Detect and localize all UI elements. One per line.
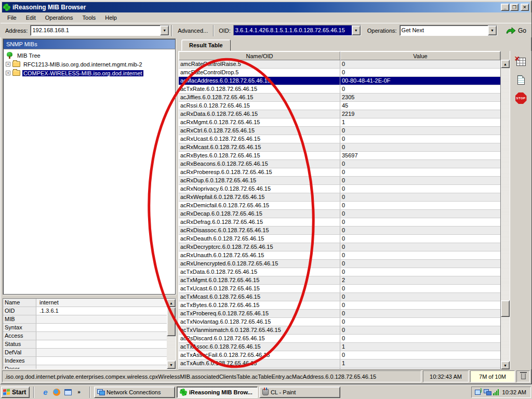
memory-indicator[interactable]: 7M of 10M xyxy=(470,370,515,382)
table-row[interactable]: acTxRate.6.0.128.72.65.46.150 xyxy=(179,85,500,94)
table-row[interactable]: acRxUnauth.6.0.128.72.65.46.150 xyxy=(179,251,500,260)
tab-result-table[interactable]: Result Table xyxy=(181,39,231,51)
clear-table-button[interactable] xyxy=(514,55,528,69)
scroll-down-icon[interactable]: ▼ xyxy=(501,361,510,369)
table-row[interactable]: acRxDisassoc.6.0.128.72.65.46.150 xyxy=(179,227,500,235)
menu-help[interactable]: Help xyxy=(100,14,122,22)
table-row[interactable]: acRxDecryptcrc.6.0.128.72.65.46.150 xyxy=(179,243,500,251)
table-row[interactable]: acRxDeauth.6.0.128.72.65.46.150 xyxy=(179,235,500,243)
table-row[interactable]: acRxUcast.6.0.128.72.65.46.150 xyxy=(179,135,500,143)
tree-node-label[interactable]: COMPEX-WIRELESS-MIB.iso.org.dod.internet xyxy=(22,70,143,76)
scrollbar-thumb[interactable] xyxy=(501,300,510,317)
table-row[interactable]: acTxMcast.6.0.128.72.65.46.150 xyxy=(179,293,500,301)
tree-node[interactable]: +COMPEX-WIRELESS-MIB.iso.org.dod.interne… xyxy=(5,69,174,77)
column-header-name-oid[interactable]: Name/OID xyxy=(179,51,340,60)
tree-root[interactable]: MIB Tree xyxy=(6,51,174,60)
scrollbar-thumb[interactable] xyxy=(167,307,176,336)
table-row[interactable]: acRxProberesp.6.0.128.72.65.46.150 xyxy=(179,168,500,177)
table-row[interactable]: acRxDemicfail.6.0.128.72.65.46.150 xyxy=(179,202,500,210)
table-row[interactable]: acRxMgmt.6.0.128.72.65.46.151 xyxy=(179,118,500,127)
close-button[interactable]: ✕ xyxy=(521,4,529,11)
table-row[interactable]: acTxAssoc.6.0.128.72.65.46.151 xyxy=(179,343,500,351)
table-row[interactable]: acTxAssocFail.6.0.128.72.65.46.150 xyxy=(179,351,500,360)
chevron-more-icon[interactable]: » xyxy=(75,389,83,395)
table-row[interactable]: acTxMgmt.6.0.128.72.65.46.152 xyxy=(179,276,500,285)
scroll-up-icon[interactable]: ▲ xyxy=(501,60,510,68)
table-row[interactable]: acRssi.6.0.128.72.65.46.1545 xyxy=(179,102,500,110)
table-row[interactable]: acRxBytes.6.0.128.72.65.46.1535697 xyxy=(179,152,500,160)
table-row[interactable]: acRxNoprivacy.6.0.128.72.65.46.150 xyxy=(179,185,500,193)
table-row[interactable]: acRxDecap.6.0.128.72.65.46.150 xyxy=(179,210,500,218)
new-document-button[interactable] xyxy=(514,73,528,87)
tree-node-label[interactable]: RFC1213-MIB.iso.org.dod.internet.mgmt.mi… xyxy=(22,61,143,68)
task-button-ireasoning-mib-brow-[interactable]: iReasoning MIB Brow... xyxy=(177,387,258,398)
property-row: Descr xyxy=(3,365,167,369)
result-table-scrollbar[interactable]: ▲ ▼ xyxy=(501,60,510,369)
menu-edit[interactable]: Edit xyxy=(21,14,41,22)
operations-combobox[interactable]: Get Next ▼ xyxy=(400,25,497,36)
scroll-down-icon[interactable]: ▼ xyxy=(167,361,176,369)
table-row[interactable]: acTxBytes.6.0.128.72.65.46.150 xyxy=(179,301,500,310)
menu-file[interactable]: File xyxy=(3,14,21,22)
minimize-button[interactable]: _ xyxy=(501,4,509,11)
start-button[interactable]: Start xyxy=(1,387,30,398)
property-name: Name xyxy=(3,299,36,307)
go-button[interactable]: Go xyxy=(502,26,529,35)
ie-icon[interactable]: e xyxy=(41,388,49,396)
maximize-button[interactable]: ❐ xyxy=(510,4,518,11)
signal-bars-icon[interactable] xyxy=(493,389,500,395)
table-row[interactable]: amcRateControlDrop.50 xyxy=(179,69,500,77)
table-row[interactable]: acRxMcast.6.0.128.72.65.46.150 xyxy=(179,143,500,152)
firefox-icon[interactable] xyxy=(52,388,61,396)
chevron-down-icon[interactable]: ▼ xyxy=(488,25,497,35)
toolbar-separator xyxy=(171,25,172,36)
app-window-icon[interactable] xyxy=(64,388,72,396)
expand-icon[interactable]: + xyxy=(6,71,10,75)
cell-name-oid: acTxProbereq.6.0.128.72.65.46.15 xyxy=(179,310,340,317)
tree-node[interactable]: +RFC1213-MIB.iso.org.dod.internet.mgmt.m… xyxy=(5,60,174,69)
table-row[interactable]: acMacAddress.6.0.128.72.65.46.1500-80-48… xyxy=(179,77,500,85)
taskbar-separator xyxy=(33,387,34,398)
table-row[interactable]: acTxAuthFail.6.0.128.72.65.46.150 xyxy=(179,368,500,369)
table-row[interactable]: acRxDefrag.6.0.128.72.65.46.150 xyxy=(179,218,500,227)
advanced-button[interactable]: Advanced... xyxy=(175,26,211,35)
table-row[interactable]: acRxWepfail.6.0.128.72.65.46.150 xyxy=(179,193,500,202)
operations-value[interactable]: Get Next xyxy=(400,25,488,35)
garbage-collect-button[interactable] xyxy=(516,370,530,382)
network-computers-icon[interactable] xyxy=(484,389,491,395)
table-row[interactable]: acPsDiscard.6.0.128.72.65.46.150 xyxy=(179,335,500,343)
task-button-cl-paint[interactable]: CL - Paint xyxy=(259,387,340,398)
start-label: Start xyxy=(12,389,26,396)
table-row[interactable]: acTxData.6.0.128.72.65.46.150 xyxy=(179,268,500,276)
table-row[interactable]: acTxUcast.6.0.128.72.65.46.150 xyxy=(179,285,500,293)
oid-combobox[interactable]: 3.6.1.4.1.426.8.1.5.1.1.6.0.128.72.65.46… xyxy=(233,25,361,36)
scroll-up-icon[interactable]: ▲ xyxy=(167,299,176,307)
table-row[interactable]: acRxDup.6.0.128.72.65.46.150 xyxy=(179,177,500,185)
cell-name-oid: acRxDecryptcrc.6.0.128.72.65.46.15 xyxy=(179,243,340,251)
cell-value: 0 xyxy=(340,268,500,276)
chevron-down-icon[interactable]: ▼ xyxy=(160,25,169,35)
address-value[interactable]: 192.168.168.1 xyxy=(31,25,160,35)
column-header-value[interactable]: Value xyxy=(340,51,500,60)
table-row[interactable]: acRxUnencrypted.6.0.128.72.65.46.150 xyxy=(179,260,500,268)
properties-scrollbar[interactable]: ▲ ▼ xyxy=(167,299,176,369)
menu-tools[interactable]: Tools xyxy=(78,14,101,22)
table-row[interactable]: acTxVlanmismatch.6.0.128.72.65.46.150 xyxy=(179,326,500,335)
table-row[interactable]: amcRateControlRaise.50 xyxy=(179,60,500,69)
table-row[interactable]: acTxNovlantag.6.0.128.72.65.46.150 xyxy=(179,318,500,326)
table-row[interactable]: acRxData.6.0.128.72.65.46.152219 xyxy=(179,110,500,118)
menu-operations[interactable]: Operations xyxy=(41,14,78,22)
address-combobox[interactable]: 192.168.168.1 ▼ xyxy=(30,25,169,36)
table-row[interactable]: acTxProbereq.6.0.128.72.65.46.150 xyxy=(179,310,500,318)
table-row[interactable]: acJiffies.6.0.128.72.65.46.152305 xyxy=(179,94,500,102)
table-row[interactable]: acRxBeacons.6.0.128.72.65.46.150 xyxy=(179,160,500,168)
oid-value[interactable]: 3.6.1.4.1.426.8.1.5.1.1.6.0.128.72.65.46… xyxy=(234,25,352,35)
tree-icon xyxy=(6,52,14,59)
expand-icon[interactable]: + xyxy=(6,62,10,66)
stop-button[interactable]: STOP xyxy=(514,91,528,105)
table-row[interactable]: acTxAuth.6.0.128.72.65.46.151 xyxy=(179,360,500,368)
wireless-status-icon[interactable] xyxy=(475,389,482,395)
task-button-network-connections[interactable]: Network Connections xyxy=(94,387,175,398)
table-row[interactable]: acRxCtrl.6.0.128.72.65.46.150 xyxy=(179,127,500,135)
chevron-down-icon[interactable]: ▼ xyxy=(352,25,361,35)
